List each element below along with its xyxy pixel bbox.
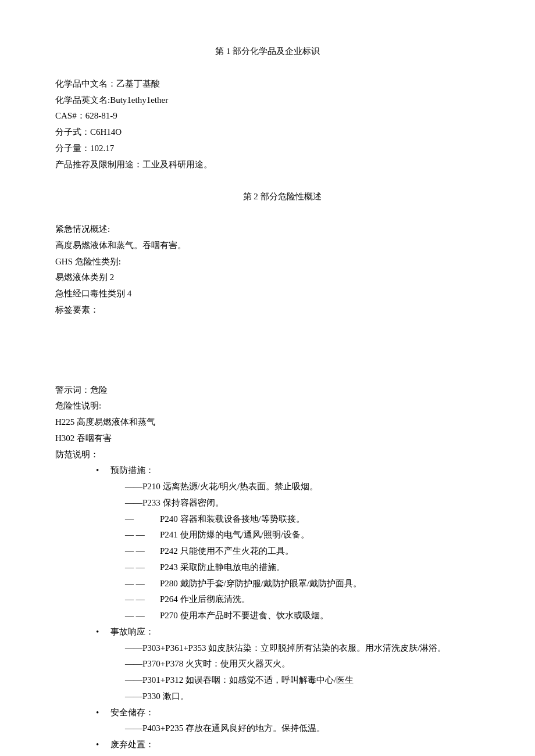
prevention-item: — —P242 只能使用不产生火花的工具。 bbox=[55, 543, 480, 560]
item-text: P264 作业后彻底清洗。 bbox=[160, 594, 250, 604]
item-prefix: — — bbox=[125, 560, 160, 576]
hazard-h225: H225 高度易燃液体和蒸气 bbox=[55, 414, 480, 431]
response-item: ——P370+P378 火灾时：使用灭火器灭火。 bbox=[55, 656, 480, 672]
item-prefix: — bbox=[125, 511, 160, 528]
item-prefix: —— bbox=[125, 643, 142, 653]
response-item: ——P303+P361+P353 如皮肤沾染：立即脱掉所有沾染的衣服。用水清洗皮… bbox=[55, 640, 480, 657]
item-text: P301+P312 如误吞咽：如感觉不适，呼叫解毒中心/医生 bbox=[142, 675, 354, 685]
chemical-name-en: 化学品英文名:Buty1ethy1ether bbox=[55, 92, 480, 109]
emergency-text: 高度易燃液体和蒸气。吞咽有害。 bbox=[55, 238, 480, 254]
disposal-item: ——P501 按当地法规处置内装物/容器。 bbox=[55, 753, 480, 756]
item-prefix: — — bbox=[125, 592, 160, 608]
hazard-h302: H302 吞咽有害 bbox=[55, 431, 480, 447]
item-text: P243 采取防止静电放电的措施。 bbox=[160, 562, 285, 572]
prevention-item: —P240 容器和装载设备接地/等势联接。 bbox=[55, 511, 480, 528]
item-text: P303+P361+P353 如皮肤沾染：立即脱掉所有沾染的衣服。用水清洗皮肤/… bbox=[142, 643, 446, 653]
storage-item: ——P403+P235 存放在通风良好的地方。保持低温。 bbox=[55, 721, 480, 737]
item-text: P210 远离热源/火花/明火/热表面。禁止吸烟。 bbox=[142, 482, 318, 491]
cas-number: CAS#：628-81-9 bbox=[55, 108, 480, 124]
item-text: P241 使用防爆的电气/通风/照明/设备。 bbox=[160, 530, 309, 539]
item-prefix: —— bbox=[125, 691, 142, 701]
product-use: 产品推荐及限制用途：工业及科研用途。 bbox=[55, 157, 480, 173]
section-1-title: 第 1 部分化学品及企业标识 bbox=[55, 44, 480, 60]
category-disposal: 废弃处置： bbox=[55, 737, 480, 753]
item-text: P403+P235 存放在通风良好的地方。保持低温。 bbox=[142, 723, 325, 733]
item-text: P270 使用本产品时不要进食、饮水或吸烟。 bbox=[160, 611, 329, 620]
item-prefix: —— bbox=[125, 675, 142, 685]
item-text: P240 容器和装载设备接地/等势联接。 bbox=[160, 514, 305, 524]
category-disposal-label: 废弃处置： bbox=[110, 740, 154, 749]
prevention-item: — —P241 使用防爆的电气/通风/照明/设备。 bbox=[55, 527, 480, 543]
prevention-item: ——P210 远离热源/火花/明火/热表面。禁止吸烟。 bbox=[55, 479, 480, 495]
molecular-formula: 分子式：C6H14O bbox=[55, 124, 480, 141]
prevention-item: ——P233 保持容器密闭。 bbox=[55, 495, 480, 511]
emergency-label: 紧急情况概述: bbox=[55, 221, 480, 238]
ghs-label: GHS 危险性类别: bbox=[55, 254, 480, 270]
item-prefix: —— bbox=[125, 482, 142, 491]
category-prevention-label: 预防措施： bbox=[110, 465, 154, 475]
prevention-item: — —P280 戴防护手套/穿防护服/戴防护眼罩/戴防护面具。 bbox=[55, 576, 480, 592]
item-text: P280 戴防护手套/穿防护服/戴防护眼罩/戴防护面具。 bbox=[160, 579, 362, 588]
response-item: ——P301+P312 如误吞咽：如感觉不适，呼叫解毒中心/医生 bbox=[55, 672, 480, 689]
section-2-title: 第 2 部分危险性概述 bbox=[55, 189, 480, 205]
ghs-class-2: 急性经口毒性类别 4 bbox=[55, 286, 480, 302]
prevention-item: — —P264 作业后彻底清洗。 bbox=[55, 592, 480, 608]
item-prefix: —— bbox=[125, 498, 142, 507]
item-prefix: — — bbox=[125, 543, 160, 560]
item-prefix: — — bbox=[125, 608, 160, 624]
item-text: P330 漱口。 bbox=[142, 691, 189, 701]
category-storage-label: 安全储存： bbox=[110, 708, 154, 717]
response-item: ——P330 漱口。 bbox=[55, 689, 480, 705]
prevention-item: — —P243 采取防止静电放电的措施。 bbox=[55, 560, 480, 576]
chemical-name-cn: 化学品中文名：乙基丁基酸 bbox=[55, 76, 480, 92]
item-text: P370+P378 火灾时：使用灭火器灭火。 bbox=[142, 659, 290, 668]
ghs-class-1: 易燃液体类别 2 bbox=[55, 270, 480, 286]
item-text: P233 保持容器密闭。 bbox=[142, 498, 224, 507]
item-prefix: — — bbox=[125, 576, 160, 592]
category-storage: 安全储存： bbox=[55, 705, 480, 721]
item-text: P242 只能使用不产生火花的工具。 bbox=[160, 546, 294, 556]
signal-word: 警示词：危险 bbox=[55, 382, 480, 399]
item-prefix: —— bbox=[125, 723, 142, 733]
tag-element-label: 标签要素： bbox=[55, 302, 480, 318]
item-prefix: — — bbox=[125, 527, 160, 543]
hazard-statement-label: 危险性说明: bbox=[55, 398, 480, 414]
molecular-weight: 分子量：102.17 bbox=[55, 141, 480, 157]
precaution-label: 防范说明： bbox=[55, 447, 480, 463]
item-prefix: —— bbox=[125, 659, 142, 668]
category-prevention: 预防措施： bbox=[55, 463, 480, 479]
category-response-label: 事故响应： bbox=[110, 627, 154, 636]
prevention-item: — —P270 使用本产品时不要进食、饮水或吸烟。 bbox=[55, 608, 480, 624]
category-response: 事故响应： bbox=[55, 624, 480, 640]
